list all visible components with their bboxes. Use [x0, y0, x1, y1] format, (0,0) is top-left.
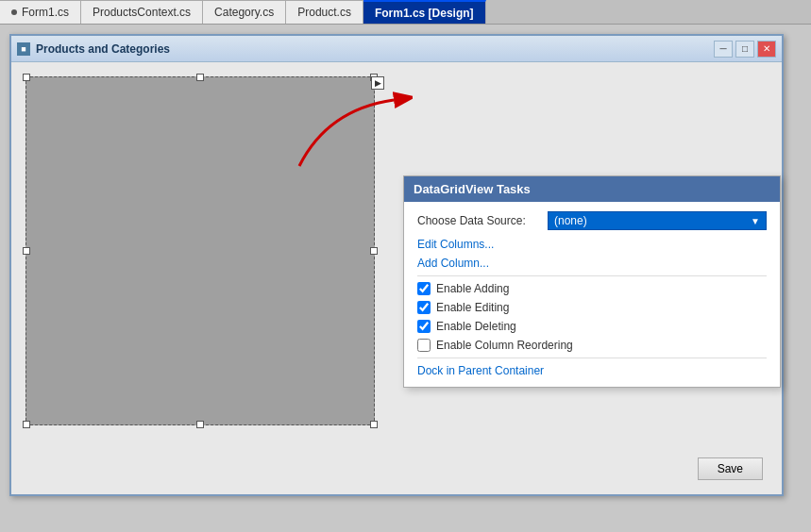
form-window: ■ Products and Categories ─ □ ✕ [9, 34, 784, 496]
enable-editing-row: Enable Editing [417, 301, 767, 314]
save-button[interactable]: Save [698, 457, 763, 480]
data-source-label: Choose Data Source: [417, 214, 540, 227]
chevron-down-icon: ▼ [751, 216, 760, 226]
tasks-panel-header: DataGridView Tasks [404, 176, 780, 202]
form-title-text: Products and Categories [36, 42, 714, 56]
data-source-select[interactable]: (none) ▼ [548, 211, 767, 230]
enable-editing-label: Enable Editing [436, 301, 509, 314]
form-body: ▶ DataGridView Tasks Choose Data Source: [11, 62, 782, 494]
enable-reordering-checkbox[interactable] [417, 339, 431, 352]
form-controls: ─ □ ✕ [714, 41, 776, 58]
smart-tag-button[interactable]: ▶ [371, 76, 384, 90]
tasks-panel-body: Choose Data Source: (none) ▼ Edit Column… [404, 202, 780, 387]
handle-bottom-right[interactable] [370, 421, 378, 428]
datagrid-control[interactable] [25, 76, 375, 425]
tasks-divider-2 [417, 357, 767, 358]
tab-form1design[interactable]: Form1.cs [Design] [363, 0, 486, 24]
handle-bottom-middle[interactable] [196, 421, 204, 428]
enable-adding-label: Enable Adding [436, 282, 509, 295]
data-source-row: Choose Data Source: (none) ▼ [417, 211, 767, 230]
form-titlebar: ■ Products and Categories ─ □ ✕ [11, 36, 782, 62]
enable-deleting-row: Enable Deleting [417, 320, 767, 333]
tab-productscontext[interactable]: ProductsContext.cs [81, 0, 203, 24]
tasks-divider [417, 275, 767, 276]
enable-deleting-checkbox[interactable] [417, 320, 431, 333]
enable-adding-row: Enable Adding [417, 282, 767, 295]
tab-form1cs[interactable]: Form1.cs [0, 0, 81, 24]
close-button[interactable]: ✕ [757, 41, 776, 58]
handle-bottom-left[interactable] [23, 421, 30, 428]
enable-reordering-row: Enable Column Reordering [417, 339, 767, 352]
edit-columns-link[interactable]: Edit Columns... [417, 238, 767, 251]
add-column-link[interactable]: Add Column... [417, 257, 767, 270]
enable-deleting-label: Enable Deleting [436, 320, 516, 333]
form-title-icon: ■ [17, 42, 30, 56]
minimize-button[interactable]: ─ [714, 41, 733, 58]
dock-in-parent-link[interactable]: Dock in Parent Container [417, 364, 767, 377]
tab-productcs[interactable]: Product.cs [286, 0, 363, 24]
ide-area: ■ Products and Categories ─ □ ✕ [0, 25, 811, 532]
handle-top-left[interactable] [23, 74, 30, 81]
handle-middle-left[interactable] [23, 247, 30, 255]
restore-button[interactable]: □ [735, 41, 754, 58]
tab-bar: Form1.cs ProductsContext.cs Category.cs … [0, 0, 811, 25]
tasks-panel: DataGridView Tasks Choose Data Source: (… [403, 175, 781, 388]
unsaved-dot [11, 9, 17, 15]
save-area: Save [698, 457, 763, 480]
tab-categorycs[interactable]: Category.cs [203, 0, 286, 24]
handle-middle-right[interactable] [370, 247, 378, 255]
enable-editing-checkbox[interactable] [417, 301, 431, 314]
enable-adding-checkbox[interactable] [417, 282, 431, 295]
enable-reordering-label: Enable Column Reordering [436, 339, 573, 352]
handle-top-middle[interactable] [196, 74, 204, 81]
